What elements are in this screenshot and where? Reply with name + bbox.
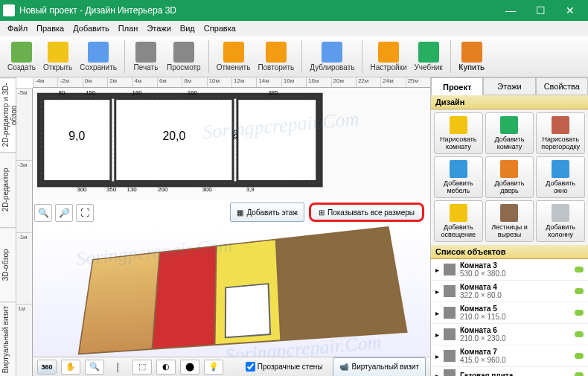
toolbar-label: Отменить (217, 63, 251, 71)
expand-icon[interactable]: ▸ (435, 309, 439, 317)
zoom-out-button[interactable]: 🔎 (55, 204, 73, 222)
rotate-360-button[interactable]: 360 (37, 360, 57, 375)
close-button[interactable]: ✕ (555, 0, 585, 21)
object-item[interactable]: ▸Комната 5210.0 × 115.0 (431, 302, 588, 324)
expand-icon[interactable]: ▸ (435, 352, 439, 360)
design-Нарисовать-комнату[interactable]: Нарисовать комнату (434, 112, 483, 154)
window-title: Новый проект - Дизайн Интерьера 3D (19, 5, 496, 16)
design-Добавить-комнату[interactable]: Добавить комнату (485, 112, 534, 154)
object-item[interactable]: ▸Комната 6210.0 × 230.0 (431, 324, 588, 345)
toolbar-icon (266, 42, 287, 63)
ruler-tick: 24м (380, 77, 405, 87)
pan-button[interactable]: ✋ (61, 360, 80, 375)
visibility-toggle[interactable] (575, 310, 584, 316)
object-item[interactable]: ▸Комната 4322.0 × 80.0 (431, 281, 588, 302)
toolbar-icon (322, 42, 342, 63)
toolbar-label: Настройки (370, 63, 406, 71)
object-text: Комната 4322.0 × 80.0 (460, 283, 570, 299)
svg-text:130: 130 (127, 186, 138, 193)
toolbar-separator (450, 40, 451, 73)
design-Добавить-колонну[interactable]: Добавить колонну (536, 200, 585, 242)
toolbar-icon (173, 42, 194, 63)
object-item[interactable]: ▸Комната 3530.0 × 380.0 (431, 259, 588, 281)
toolbar-Сохранить[interactable]: Сохранить (77, 40, 120, 73)
right-tab-Проект[interactable]: Проект (431, 77, 483, 95)
object-item[interactable]: ▸Газовая плита (431, 367, 588, 376)
toolbar-Купить[interactable]: Купить (456, 40, 488, 73)
vtab-1[interactable]: 2D-редактор (0, 152, 16, 226)
visibility-toggle[interactable] (575, 267, 584, 273)
design-icon (552, 116, 569, 134)
maximize-button[interactable]: ☐ (525, 0, 555, 21)
menu-Вид[interactable]: Вид (176, 22, 199, 34)
visibility-toggle[interactable] (575, 353, 584, 359)
right-tab-Этажи[interactable]: Этажи (483, 77, 535, 95)
toolbar-Отменить[interactable]: Отменить (214, 40, 254, 73)
design-Добавить-освещение[interactable]: Добавить освещение (434, 200, 483, 242)
visibility-toggle[interactable] (575, 331, 584, 337)
zoom-3d-button[interactable]: 🔍 (85, 360, 104, 375)
toolbar-Просмотр[interactable]: Просмотр (164, 40, 204, 73)
svg-text:300: 300 (202, 186, 212, 193)
ruler-tick: 1м (16, 304, 32, 376)
design-Добавить-окно[interactable]: Добавить окно (536, 156, 585, 198)
tool-button[interactable]: ⬤ (180, 360, 199, 375)
zoom-in-button[interactable]: 🔍 (34, 204, 52, 222)
transparent-walls-checkbox[interactable]: Прозрачные стены (246, 362, 323, 372)
expand-icon[interactable]: ▸ (435, 287, 439, 296)
right-tab-Свойства[interactable]: Свойства (536, 77, 588, 95)
menu-Правка[interactable]: Правка (32, 22, 68, 34)
transparent-walls-label: Прозрачные стены (258, 363, 323, 371)
toolbar-label: Открыть (43, 63, 72, 71)
toolbar-Создать[interactable]: Создать (4, 40, 39, 73)
tool-button[interactable]: ◐ (156, 360, 176, 375)
plan-2d-view[interactable]: 9,0 80 150 20,0 160 160 385 300 350 130 … (33, 88, 430, 200)
toolbar-Настройки[interactable]: Настройки (367, 40, 409, 73)
object-list[interactable]: ▸Комната 3530.0 × 380.0▸Комната 4322.0 ×… (431, 259, 588, 376)
vtab-0[interactable]: 2D-редактор и 3D-обзор (0, 77, 16, 152)
zoom-fit-button[interactable]: ⛶ (76, 204, 94, 222)
menu-bar: ФайлПравкаДобавитьПланЭтажиВидСправка (0, 21, 588, 36)
ruler-icon: ⊞ (319, 208, 325, 217)
expand-icon[interactable]: ▸ (435, 372, 439, 377)
add-floor-button[interactable]: ▦ Добавить этаж (230, 203, 304, 222)
expand-icon[interactable]: ▸ (435, 266, 439, 274)
toolbar-Печать[interactable]: Печать (130, 40, 162, 73)
menu-Добавить[interactable]: Добавить (68, 22, 114, 34)
design-Лестницы-и-вырезы[interactable]: Лестницы и вырезы (485, 200, 534, 242)
toolbar-separator (208, 40, 209, 73)
menu-Файл[interactable]: Файл (3, 22, 32, 34)
toolbar-Открыть[interactable]: Открыть (40, 40, 75, 73)
toolbar-separator (362, 40, 362, 73)
svg-text:80: 80 (59, 89, 65, 96)
tool-button[interactable]: ⬚ (132, 360, 152, 375)
toolbar-Дублировать[interactable]: Дублировать (307, 40, 357, 73)
show-all-sizes-button[interactable]: ⊞ Показывать все размеры (309, 203, 424, 222)
visibility-toggle[interactable] (575, 372, 584, 376)
minimize-button[interactable]: — (496, 0, 525, 21)
ruler-tick: 18м (306, 77, 330, 87)
toolbar-Повторить[interactable]: Повторить (255, 40, 297, 73)
menu-Этажи[interactable]: Этажи (142, 22, 175, 34)
room-area-2: 20,0 (162, 130, 185, 142)
object-icon (444, 307, 456, 319)
toolbar-label: Дублировать (310, 63, 354, 71)
virtual-visit-button[interactable]: 📹 Виртуальный визит (333, 357, 426, 377)
menu-План[interactable]: План (114, 22, 143, 34)
toolbar-Учебник[interactable]: Учебник (412, 40, 446, 73)
expand-icon[interactable]: ▸ (435, 331, 439, 339)
transparent-walls-input[interactable] (246, 362, 255, 372)
ruler-tick: 16м (281, 77, 306, 87)
design-label: Добавить освещение (436, 223, 481, 238)
design-Добавить-дверь[interactable]: Добавить дверь (485, 156, 534, 198)
visibility-toggle[interactable] (575, 288, 584, 294)
view-3d[interactable] (33, 226, 430, 357)
design-Нарисовать-перегородку[interactable]: Нарисовать перегородку (536, 112, 585, 154)
design-Добавить-мебель[interactable]: Добавить мебель (434, 156, 483, 198)
light-button[interactable]: 💡 (204, 360, 223, 375)
vtab-2[interactable]: 3D-обзор (0, 227, 16, 302)
object-item[interactable]: ▸Комната 7415.0 × 960.0 (431, 345, 588, 367)
vtab-3[interactable]: Виртуальный визит (0, 302, 16, 376)
ruler-tick: 4м (132, 77, 157, 87)
menu-Справка[interactable]: Справка (199, 22, 240, 34)
